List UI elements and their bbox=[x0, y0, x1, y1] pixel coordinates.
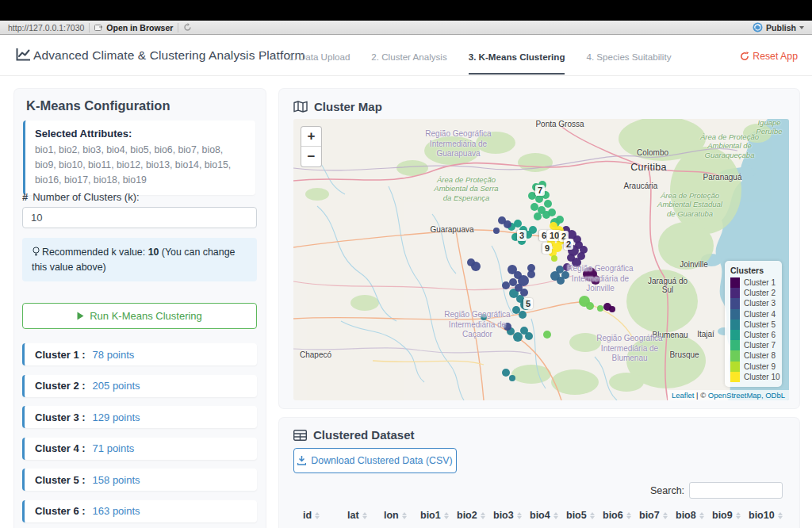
run-kmeans-button[interactable]: Run K-Means Clustering bbox=[22, 303, 257, 329]
refresh-icon[interactable] bbox=[183, 23, 192, 32]
cluster-points-layer bbox=[293, 119, 789, 400]
cluster-point[interactable] bbox=[543, 331, 551, 339]
zoom-out-button[interactable]: − bbox=[301, 147, 321, 166]
sort-icon bbox=[315, 512, 320, 519]
tab-2[interactable]: 2. Cluster Analysis bbox=[371, 37, 446, 75]
cluster-point[interactable] bbox=[556, 266, 564, 274]
tab-4[interactable]: 4. Species Suitability bbox=[586, 37, 671, 75]
column-header-bio5[interactable]: bio5 bbox=[566, 510, 603, 521]
open-in-browser-button[interactable]: Open in Browser bbox=[94, 23, 173, 33]
cluster-point[interactable] bbox=[504, 220, 511, 228]
cluster-point[interactable] bbox=[493, 228, 500, 234]
legend-label: Cluster 3 bbox=[744, 299, 776, 308]
reco-prefix: Recommended k value: bbox=[42, 247, 148, 258]
legend-label: Cluster 7 bbox=[744, 341, 776, 350]
cluster-point[interactable] bbox=[525, 332, 533, 340]
cluster-summary-row: Cluster 2 :205 points bbox=[22, 375, 257, 397]
column-header-bio7[interactable]: bio7 bbox=[639, 510, 676, 521]
map-zoom-control: + − bbox=[301, 126, 322, 167]
column-header-bio10[interactable]: bio10 bbox=[749, 510, 785, 521]
odbl-link[interactable]: , ODbL bbox=[761, 391, 785, 400]
cluster-point[interactable] bbox=[520, 289, 528, 297]
sort-icon bbox=[362, 512, 367, 519]
cluster-number-marker[interactable]: 7 bbox=[535, 185, 545, 196]
tab-3[interactable]: 3. K-Means Clustering bbox=[469, 37, 565, 75]
cluster-point[interactable] bbox=[513, 332, 523, 342]
cluster-number-marker[interactable]: 2 bbox=[564, 239, 573, 250]
app-header: Advanced Climate & Clustering Analysis P… bbox=[0, 35, 812, 76]
viewer-toolbar: http://127.0.0.1:7030 Open in Browser Pu… bbox=[0, 21, 812, 35]
cluster-summary-row: Cluster 1 :78 points bbox=[22, 343, 257, 365]
toolbar-divider bbox=[178, 23, 178, 33]
tab-1[interactable]: 1. Data Upload bbox=[289, 37, 350, 75]
leaflet-link[interactable]: Leaflet bbox=[672, 391, 695, 400]
cluster-summary-row: Cluster 5 :158 points bbox=[22, 469, 257, 491]
cluster-point[interactable] bbox=[551, 255, 557, 262]
column-label: id bbox=[303, 510, 312, 521]
cluster-point[interactable] bbox=[512, 306, 520, 314]
k-input[interactable] bbox=[22, 207, 257, 228]
column-header-bio4[interactable]: bio4 bbox=[530, 510, 566, 521]
cluster-point[interactable] bbox=[514, 220, 522, 228]
cluster-point[interactable] bbox=[534, 212, 542, 220]
sort-icon bbox=[699, 512, 704, 519]
cluster-point[interactable] bbox=[527, 270, 535, 278]
sort-icon bbox=[481, 512, 485, 519]
legend-items: Cluster 1Cluster 2Cluster 3Cluster 4Clus… bbox=[730, 277, 776, 382]
legend-swatch bbox=[730, 340, 740, 350]
cluster-point[interactable] bbox=[609, 306, 615, 312]
legend-swatch bbox=[730, 319, 740, 330]
legend-label: Cluster 2 bbox=[744, 289, 776, 297]
cluster-point[interactable] bbox=[597, 305, 603, 312]
cluster-point-count: 78 points bbox=[93, 349, 135, 361]
column-header-lat[interactable]: lat bbox=[347, 510, 384, 521]
cluster-number-marker[interactable]: 9 bbox=[542, 243, 552, 254]
legend-item: Cluster 8 bbox=[730, 350, 776, 361]
cluster-point[interactable] bbox=[467, 258, 475, 266]
cluster-point[interactable] bbox=[577, 252, 585, 260]
publish-button[interactable]: Publish bbox=[753, 22, 804, 33]
config-panel-title: K-Means Configuration bbox=[26, 98, 170, 113]
cluster-point[interactable] bbox=[504, 323, 511, 331]
nav-tabs: 1. Data Upload2. Cluster Analysis3. K-Me… bbox=[289, 35, 671, 76]
cluster-point[interactable] bbox=[530, 203, 538, 211]
column-header-bio3[interactable]: bio3 bbox=[493, 510, 530, 521]
leaflet-map[interactable]: Ponta GrossaGuarapuavaColomboCuritibaAra… bbox=[293, 119, 789, 400]
cluster-number-marker[interactable]: 5 bbox=[523, 298, 533, 309]
cluster-point[interactable] bbox=[481, 314, 487, 320]
cluster-point[interactable] bbox=[509, 375, 515, 381]
column-header-bio2[interactable]: bio2 bbox=[457, 510, 493, 521]
column-header-bio1[interactable]: bio1 bbox=[420, 510, 457, 521]
publish-label: Publish bbox=[766, 23, 796, 33]
cluster-number-marker[interactable]: 3 bbox=[517, 230, 527, 241]
osm-link[interactable]: OpenStreetMap bbox=[708, 391, 761, 400]
column-header-bio6[interactable]: bio6 bbox=[603, 510, 639, 521]
column-header-bio8[interactable]: bio8 bbox=[676, 510, 712, 521]
cluster-point[interactable] bbox=[502, 281, 510, 289]
search-input[interactable] bbox=[689, 482, 783, 499]
legend-swatch bbox=[730, 350, 740, 361]
cluster-point-count: 163 points bbox=[93, 505, 140, 517]
cluster-point[interactable] bbox=[556, 216, 564, 224]
cluster-point[interactable] bbox=[502, 369, 510, 377]
column-header-id[interactable]: id bbox=[303, 510, 347, 521]
legend-label: Cluster 4 bbox=[744, 310, 776, 319]
cluster-point[interactable] bbox=[548, 209, 556, 216]
cluster-point[interactable] bbox=[586, 302, 594, 310]
cluster-point[interactable] bbox=[519, 311, 527, 319]
cluster-summary-row: Cluster 4 :71 points bbox=[22, 438, 257, 460]
legend-swatch bbox=[730, 330, 740, 340]
cluster-point[interactable] bbox=[563, 263, 571, 271]
sort-icon bbox=[590, 512, 595, 519]
reset-app-button[interactable]: Reset App bbox=[740, 51, 798, 62]
column-label: lon bbox=[384, 510, 399, 521]
zoom-in-button[interactable]: + bbox=[301, 127, 321, 147]
download-csv-button[interactable]: Download Clustered Data (CSV) bbox=[293, 448, 457, 473]
cluster-point[interactable] bbox=[529, 226, 537, 234]
column-header-lon[interactable]: lon bbox=[384, 510, 420, 521]
cluster-point[interactable] bbox=[544, 200, 552, 208]
cluster-point[interactable] bbox=[591, 275, 600, 285]
cluster-label: Cluster 5 : bbox=[35, 474, 86, 486]
column-header-bio9[interactable]: bio9 bbox=[712, 510, 749, 521]
cluster-point-count: 71 points bbox=[93, 442, 135, 454]
